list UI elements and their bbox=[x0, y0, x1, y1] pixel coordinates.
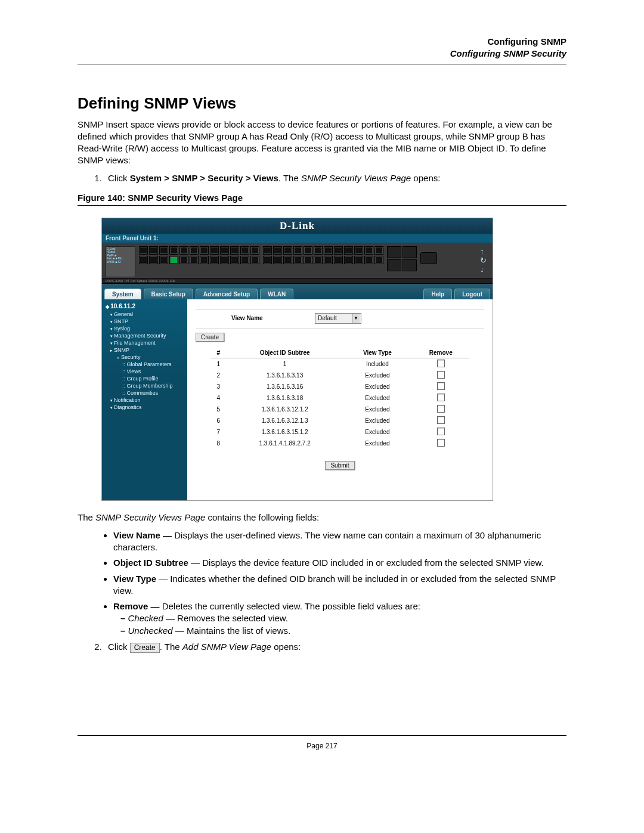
views-table: # Object ID Subtree View Type Remove 11I… bbox=[210, 348, 470, 449]
port-icon[interactable] bbox=[139, 246, 148, 255]
tab-logout[interactable]: Logout bbox=[454, 289, 490, 299]
nav-sidebar: 10.6.11.2 General SNTP Syslog Management… bbox=[102, 299, 187, 500]
remove-checkbox[interactable] bbox=[437, 405, 445, 413]
table-row: 11Included bbox=[210, 358, 470, 370]
brand-bar: D-Link bbox=[102, 218, 493, 234]
uplink-icon[interactable] bbox=[387, 246, 401, 258]
cell-num: 2 bbox=[210, 370, 227, 381]
table-row: 31.3.6.1.6.3.16Excluded bbox=[210, 381, 470, 392]
port-block-2 bbox=[263, 246, 383, 274]
cell-type: Excluded bbox=[343, 370, 412, 381]
create-button[interactable]: Create bbox=[196, 333, 224, 342]
sidebar-item-file-mgmt[interactable]: File Management bbox=[102, 339, 187, 346]
page-number: Page 217 bbox=[306, 742, 337, 750]
sidebar-item-general[interactable]: General bbox=[102, 311, 187, 318]
field-view-name: View Name — Displays the user-defined vi… bbox=[113, 529, 566, 554]
sidebar-sub-security[interactable]: Security bbox=[102, 354, 187, 361]
remove-checkbox[interactable] bbox=[437, 416, 445, 424]
section-heading: Defining SNMP Views bbox=[78, 94, 566, 113]
table-row: 51.3.6.1.6.3.12.1.2Excluded bbox=[210, 404, 470, 415]
page-header: Configuring SNMP Configuring SNMP Securi… bbox=[78, 36, 566, 60]
cell-num: 6 bbox=[210, 415, 227, 426]
sidebar-item-sntp[interactable]: SNTP bbox=[102, 318, 187, 325]
tab-basic-setup[interactable]: Basic Setup bbox=[144, 289, 193, 299]
sidebar-sub-global-params[interactable]: Global Parameters bbox=[102, 361, 187, 368]
cell-oid: 1.3.6.1.6.3.16 bbox=[227, 381, 343, 392]
header-rule bbox=[78, 64, 566, 64]
uplink-block bbox=[387, 246, 417, 274]
sidebar-sub-communities[interactable]: Communities bbox=[102, 389, 187, 397]
cell-type: Excluded bbox=[343, 392, 412, 404]
cell-remove bbox=[412, 426, 470, 438]
submit-button[interactable]: Submit bbox=[325, 461, 354, 470]
inline-create-button: Create bbox=[130, 643, 160, 653]
cell-type: Excluded bbox=[343, 415, 412, 426]
cell-num: 5 bbox=[210, 404, 227, 415]
field-view-type: View Type — Indicates whether the define… bbox=[113, 573, 566, 597]
breadcrumb-path: System > SNMP > Security > Views bbox=[130, 173, 278, 183]
remove-checkbox[interactable] bbox=[437, 360, 445, 367]
remove-checkbox[interactable] bbox=[437, 439, 445, 447]
col-num: # bbox=[210, 348, 227, 358]
intro-paragraph: SNMP Insert space views provide or block… bbox=[78, 119, 566, 167]
remove-checkbox[interactable] bbox=[437, 428, 445, 435]
sidebar-item-mgmt-security[interactable]: Management Security bbox=[102, 332, 187, 339]
cell-num: 8 bbox=[210, 438, 227, 449]
cell-oid: 1.3.6.1.6.3.12.1.3 bbox=[227, 415, 343, 426]
field-descriptions: View Name — Displays the user-defined vi… bbox=[78, 529, 566, 637]
step-2: Click Create. The Add SNMP View Page ope… bbox=[104, 642, 566, 652]
remove-checkbox[interactable] bbox=[437, 394, 445, 401]
cell-remove bbox=[412, 381, 470, 392]
remove-checkbox[interactable] bbox=[437, 382, 445, 390]
remove-checkbox[interactable] bbox=[437, 371, 445, 379]
table-row: 81.3.6.1.4.1.89.2.7.2Excluded bbox=[210, 438, 470, 449]
cell-remove bbox=[412, 438, 470, 449]
tab-advanced-setup[interactable]: Advanced Setup bbox=[196, 289, 258, 299]
steps-list-2: Click Create. The Add SNMP View Page ope… bbox=[78, 642, 566, 652]
cell-num: 3 bbox=[210, 381, 227, 392]
steps-list: Click System > SNMP > Security > Views. … bbox=[78, 173, 566, 183]
sidebar-sub-views[interactable]: Views bbox=[102, 368, 187, 375]
refresh-icon: ↻ bbox=[480, 256, 487, 264]
serial-port-icon bbox=[420, 252, 437, 264]
cell-type: Included bbox=[343, 358, 412, 370]
cell-remove bbox=[412, 415, 470, 426]
cell-remove bbox=[412, 392, 470, 404]
fields-lead: The SNMP Security Views Page contains th… bbox=[78, 512, 566, 524]
arrow-up-icon: ↑ bbox=[480, 247, 487, 255]
figure-rule bbox=[78, 205, 566, 206]
header-title: Configuring SNMP bbox=[78, 36, 566, 48]
panel-nav-arrows[interactable]: ↑ ↻ ↓ bbox=[480, 246, 489, 274]
tab-wlan[interactable]: WLAN bbox=[260, 289, 293, 299]
sidebar-item-notification[interactable]: Notification bbox=[102, 397, 187, 404]
table-row: 41.3.6.1.6.3.18Excluded bbox=[210, 392, 470, 404]
sidebar-item-syslog[interactable]: Syslog bbox=[102, 325, 187, 332]
remove-checked: Checked — Removes the selected view. bbox=[131, 612, 566, 624]
serial-block bbox=[420, 246, 437, 274]
cell-remove bbox=[412, 370, 470, 381]
tab-system[interactable]: System bbox=[104, 289, 141, 299]
screenshot: D-Link Front Panel Unit 1: D-Link •Stack… bbox=[101, 218, 493, 501]
cell-num: 7 bbox=[210, 426, 227, 438]
tab-help[interactable]: Help bbox=[423, 289, 452, 299]
header-subtitle: Configuring SNMP Security bbox=[78, 48, 566, 60]
sidebar-sub-group-profile[interactable]: Group Profile bbox=[102, 375, 187, 382]
field-oid-subtree: Object ID Subtree — Displays the device … bbox=[113, 557, 566, 569]
cell-oid: 1.3.6.1.6.3.18 bbox=[227, 392, 343, 404]
figure-caption: Figure 140: SNMP Security Views Page bbox=[78, 193, 566, 203]
sidebar-sub-group-membership[interactable]: Group Membership bbox=[102, 382, 187, 389]
cell-type: Excluded bbox=[343, 381, 412, 392]
sidebar-ip: 10.6.11.2 bbox=[102, 302, 187, 311]
viewname-select[interactable]: Default bbox=[315, 313, 361, 324]
step-1: Click System > SNMP > Security > Views. … bbox=[104, 173, 566, 183]
port-block-1 bbox=[139, 246, 259, 274]
cell-oid: 1.3.6.1.4.1.89.2.7.2 bbox=[227, 438, 343, 449]
field-remove: Remove — Deletes the currently selected … bbox=[113, 600, 566, 637]
col-type: View Type bbox=[343, 348, 412, 358]
cell-oid: 1 bbox=[227, 358, 343, 370]
cell-num: 4 bbox=[210, 392, 227, 404]
cell-oid: 1.3.6.1.6.3.15.1.2 bbox=[227, 426, 343, 438]
sidebar-item-snmp[interactable]: SNMP bbox=[102, 346, 187, 354]
cell-type: Excluded bbox=[343, 404, 412, 415]
sidebar-item-diagnostics[interactable]: Diagnostics bbox=[102, 404, 187, 411]
